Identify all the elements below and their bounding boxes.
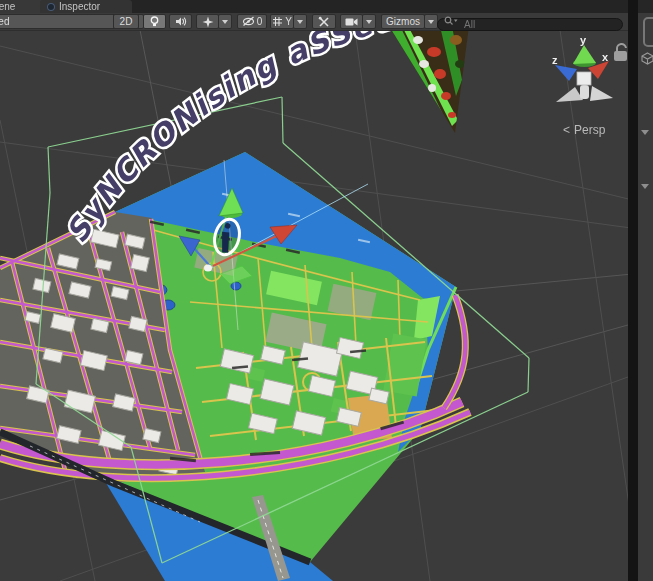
- 2d-toggle-button[interactable]: 2D: [113, 14, 139, 29]
- axis-z-label: z: [552, 54, 558, 66]
- tab-inspector[interactable]: Inspector: [40, 0, 132, 13]
- inspector-tab-label: Inspector: [59, 0, 100, 13]
- grid-dropdown[interactable]: [293, 14, 307, 29]
- chevron-down-icon: [297, 20, 303, 24]
- speaker-icon: [175, 16, 187, 27]
- tools-button[interactable]: [312, 14, 336, 29]
- unity-scene-view-window: SyNCRONising aSSetS y x z <Persp Scene I…: [0, 0, 653, 581]
- wrench-tools-icon: [318, 16, 330, 28]
- axis-x-label: x: [602, 51, 609, 63]
- hidden-count: 0: [257, 15, 263, 28]
- scene-toolbar: Shaded 2D 0 Y: [0, 13, 630, 31]
- inspector-header-strip: [638, 0, 653, 13]
- effects-dropdown[interactable]: [218, 14, 232, 29]
- effects-star-icon: [202, 16, 214, 28]
- perspective-toggle[interactable]: <Persp: [563, 123, 606, 137]
- scene-search-input[interactable]: [437, 18, 623, 31]
- cube-icon: [641, 52, 653, 65]
- foldout-caret-icon[interactable]: [641, 130, 649, 135]
- gizmos-dropdown[interactable]: [424, 14, 438, 29]
- panel-divider[interactable]: [628, 0, 638, 581]
- inspector-tab-icon: [47, 3, 55, 11]
- chevron-down-icon: [428, 20, 434, 24]
- inspector-partial-icon: [643, 17, 653, 47]
- scene-lighting-button[interactable]: [143, 14, 166, 29]
- foldout-caret-icon[interactable]: [641, 184, 649, 189]
- shading-mode-label: Shaded: [0, 15, 9, 28]
- lightbulb-icon: [149, 16, 160, 27]
- tab-bar: Scene Inspector: [0, 0, 630, 13]
- scene-visibility-button[interactable]: 0: [237, 14, 267, 29]
- axis-y-label: y: [580, 34, 587, 46]
- axis-gizmo-cube[interactable]: [577, 72, 591, 85]
- scene-audio-button[interactable]: [169, 14, 192, 29]
- gizmo-center-handle[interactable]: [204, 265, 212, 272]
- camera-icon: [345, 17, 358, 27]
- eye-crossed-icon: [242, 16, 255, 27]
- scene-viewport[interactable]: SyNCRONising aSSetS y x z <Persp: [0, 0, 653, 581]
- chevron-down-icon: [222, 20, 228, 24]
- camera-dropdown[interactable]: [362, 14, 376, 29]
- search-icon: [444, 16, 458, 26]
- grid-axis-label: Y: [285, 15, 292, 28]
- grid-visibility-button[interactable]: Y: [270, 14, 294, 29]
- axis-gizmo-stem: [580, 85, 589, 99]
- grid-icon: [272, 16, 283, 27]
- scene-search: [437, 14, 623, 27]
- camera-button[interactable]: [340, 14, 363, 29]
- inspector-panel-edge: [638, 0, 653, 581]
- gizmos-button[interactable]: Gizmos: [381, 14, 425, 29]
- chevron-down-icon: [366, 20, 372, 24]
- effects-button[interactable]: [196, 14, 219, 29]
